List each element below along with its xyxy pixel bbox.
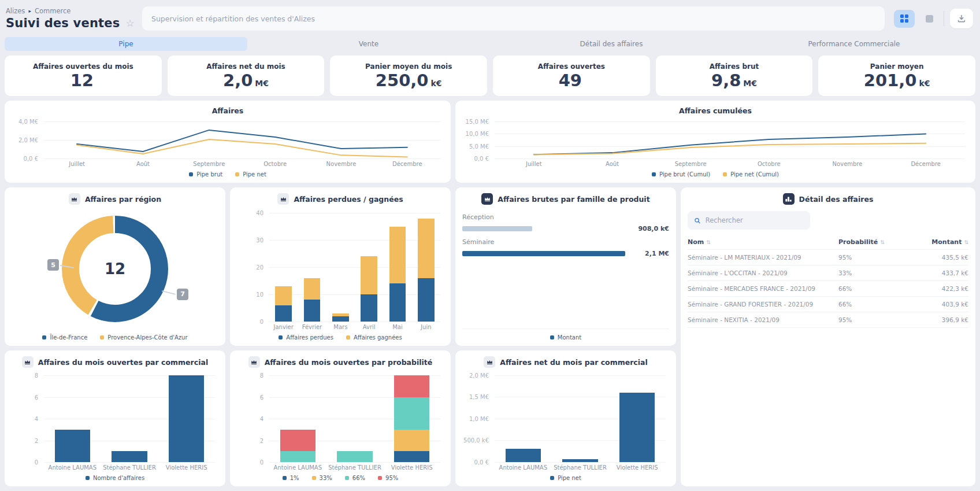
x-axis-label: Antoine LAUMAS xyxy=(495,464,552,471)
y-tick-label: 4 xyxy=(260,416,263,422)
tab-detail-des-affaires[interactable]: Détail des affaires xyxy=(490,37,733,51)
legend-item[interactable]: Montant xyxy=(550,334,581,341)
x-axis: JuilletAoûtSeptembreOctobreNovembreDécem… xyxy=(495,158,965,167)
x-axis-label: Stéphane TULLIER xyxy=(326,464,384,471)
x-axis-label: Violette HERIS xyxy=(158,464,215,471)
panel-title-row: Affaires cumulées xyxy=(462,106,968,118)
main-grid: Affaires par région1257Île-de-FranceProv… xyxy=(5,187,975,486)
bar-segment xyxy=(394,430,429,451)
x-axis-label: Septembre xyxy=(651,161,730,167)
y-axis: 86420 xyxy=(12,371,44,462)
legend-item[interactable]: Provence-Alpes-Côte d'Azur xyxy=(100,334,187,341)
y-tick-label: 20 xyxy=(256,264,263,271)
sort-icon[interactable]: ⇅ xyxy=(880,239,885,245)
chart-plot xyxy=(269,208,440,322)
table-row[interactable]: Séminaire - NEXITIA - 2021/0995%396,9 k€ xyxy=(688,312,968,328)
legend-item[interactable]: Île-de-France xyxy=(42,334,87,341)
cell-nom: Séminaire - MERCADES FRANCE - 2021/09 xyxy=(688,285,838,292)
panel-title: Affaires perdues / gagnées xyxy=(294,195,403,204)
breadcrumb-item-commerce[interactable]: Commerce xyxy=(35,7,70,15)
column-header-nom[interactable]: Nom⇅ xyxy=(688,238,838,246)
legend-label: Pipe brut (Cumul) xyxy=(659,171,710,178)
bar xyxy=(304,208,321,322)
legend-item[interactable]: Pipe net xyxy=(235,171,266,178)
legend-item[interactable]: 1% xyxy=(283,475,299,481)
chart-plot xyxy=(44,118,440,158)
legend-label: Île-de-France xyxy=(50,334,87,341)
x-axis: Antoine LAUMASStéphane TULLIERViolette H… xyxy=(495,462,666,471)
chart-body: 2,0 M€1,5 M€1,0 M€500,0 k€0,0 €Antoine L… xyxy=(462,371,669,471)
chart-legend: 1%33%66%95% xyxy=(237,471,444,481)
table-row[interactable]: Séminaire - LM MATERIAUX - 2021/0995%435… xyxy=(688,250,968,265)
legend-label: 95% xyxy=(385,475,398,481)
column-header-montant[interactable]: Montant⇅ xyxy=(914,238,968,246)
breadcrumb: Alizes ▸ Commerce xyxy=(6,7,133,15)
table-row[interactable]: Séminaire - MERCADES FRANCE - 2021/0966%… xyxy=(688,281,968,297)
y-tick-label: 1,0 M€ xyxy=(469,415,489,422)
table-row[interactable]: Séminaire - L'OCCITAN - 2021/0933%433,7 … xyxy=(688,265,968,281)
bar-segment xyxy=(361,294,377,322)
y-axis: 4,0 M€2,0 M€0,0 € xyxy=(12,118,44,158)
legend-item[interactable]: Pipe brut xyxy=(189,171,222,178)
favorite-star-icon[interactable]: ☆ xyxy=(125,17,134,29)
download-icon xyxy=(957,14,966,23)
legend-item[interactable]: Pipe net xyxy=(550,475,581,481)
kpi-affaires-brut: Affaires brut 9,8M€ xyxy=(656,56,813,96)
legend-item[interactable]: Pipe brut (Cumul) xyxy=(652,171,710,178)
table-row[interactable]: Séminaire - GRAND FORESTIER - 2021/0966%… xyxy=(688,297,968,312)
legend-item[interactable]: Affaires gagnées xyxy=(346,334,402,341)
spacer xyxy=(462,257,669,325)
panel-title: Affaires net du mois par commercial xyxy=(500,358,648,367)
panel-affaires-brutes-par-famille: Affaires brutes par famille de produitRé… xyxy=(455,187,676,346)
y-tick-label: 5,0 M€ xyxy=(469,143,489,149)
bar-column xyxy=(608,371,666,462)
crown-icon xyxy=(277,193,289,205)
bar-segment xyxy=(280,430,315,451)
bar xyxy=(275,208,292,322)
y-tick-label: 0,0 € xyxy=(474,459,489,466)
hbar xyxy=(462,251,625,256)
description-input[interactable] xyxy=(142,6,885,31)
hbar-value: 908,0 k€ xyxy=(632,225,669,232)
kpi-value: 2,0M€ xyxy=(223,72,269,89)
x-axis-label: Octobre xyxy=(730,161,808,167)
legend-item[interactable]: Pipe net (Cumul) xyxy=(723,171,779,178)
x-axis-label: Décembre xyxy=(886,161,965,167)
download-button[interactable] xyxy=(950,9,973,28)
grid-view-button[interactable] xyxy=(894,10,915,28)
hbar-value: 2,1 M€ xyxy=(632,250,669,257)
card-view-button[interactable] xyxy=(920,10,938,28)
bar-segment xyxy=(389,227,406,284)
breadcrumb-item-alizes[interactable]: Alizes xyxy=(6,7,25,15)
legend-dot xyxy=(235,172,239,176)
legend-dot xyxy=(86,476,90,480)
legend-item[interactable]: Affaires perdues xyxy=(279,334,333,341)
panel-affaires-mois-par-commercial: Affaires du mois ouvertes par commercial… xyxy=(5,350,225,486)
tab-performance-commerciale[interactable]: Performance Commerciale xyxy=(733,37,975,51)
hbar-row: 908,0 k€ xyxy=(462,225,669,232)
x-axis-label: Mars xyxy=(326,324,355,330)
legend-item[interactable]: 66% xyxy=(345,475,365,481)
table-search-input[interactable] xyxy=(706,216,804,224)
legend-item[interactable]: Nombre d'affaires xyxy=(86,475,144,481)
legend-dot xyxy=(100,335,104,339)
panel-affaires-par-region: Affaires par région1257Île-de-FranceProv… xyxy=(5,187,225,346)
bar xyxy=(337,371,372,462)
chart-plot xyxy=(495,118,965,158)
kpi-value: 9,8M€ xyxy=(711,72,757,89)
x-axis-label: Avril xyxy=(355,324,383,330)
gridline xyxy=(495,158,965,159)
tab-pipe[interactable]: Pipe xyxy=(5,37,247,51)
legend-item[interactable]: 95% xyxy=(378,475,398,481)
tab-vente[interactable]: Vente xyxy=(247,37,490,51)
column-header-probabilité[interactable]: Probabilité⇅ xyxy=(838,238,914,246)
chart-body: 403020100JanvierFévrierMarsAvrilMaiJuin xyxy=(237,208,444,330)
bar-segment xyxy=(619,393,655,462)
sort-icon[interactable]: ⇅ xyxy=(706,239,711,245)
legend-label: Nombre d'affaires xyxy=(93,475,144,481)
legend-item[interactable]: 33% xyxy=(312,475,332,481)
bar-column xyxy=(269,208,298,322)
y-axis: 86420 xyxy=(237,371,269,462)
bar-column xyxy=(158,371,215,462)
sort-icon[interactable]: ⇅ xyxy=(964,239,968,245)
